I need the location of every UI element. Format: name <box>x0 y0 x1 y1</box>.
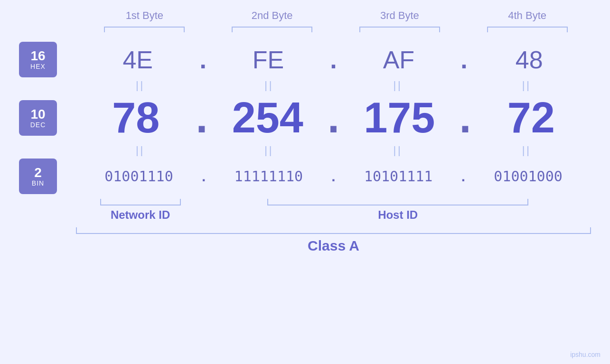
hex-dot-2: . <box>330 46 337 74</box>
hex-dot-1: . <box>199 46 206 74</box>
bin-dot-3: . <box>461 168 465 185</box>
dec-label-container: 10 DEC <box>19 100 76 136</box>
eq1-1: || <box>76 79 205 92</box>
dec-val-3: 175 <box>339 93 459 142</box>
bin-label-container: 2 BIN <box>19 159 76 194</box>
dec-base-number: 10 <box>30 108 45 121</box>
bin-dot-2: . <box>331 168 335 185</box>
network-bracket-wrap <box>76 199 205 205</box>
hex-base-text: HEX <box>30 63 46 70</box>
bin-base-number: 2 <box>34 166 42 179</box>
byte-header-4: 4th Byte <box>463 9 591 22</box>
host-id-label: Host ID <box>205 208 591 222</box>
byte-header-2: 2nd Byte <box>208 9 336 22</box>
class-section: Class A <box>19 227 591 254</box>
class-label: Class A <box>76 238 591 254</box>
dec-val-2: 254 <box>208 93 328 142</box>
network-host-labels: Network ID Host ID <box>76 208 591 222</box>
top-bracket-1 <box>81 27 208 32</box>
hex-val-2: FE <box>206 46 330 74</box>
top-bracket-2 <box>208 27 336 32</box>
bin-dot-1: . <box>202 168 206 185</box>
dec-val-4: 72 <box>471 93 591 142</box>
bottom-brackets <box>76 199 591 205</box>
host-bracket <box>267 199 528 205</box>
hex-val-3: AF <box>337 46 460 74</box>
bottom-brackets-section: Network ID Host ID <box>19 199 591 222</box>
watermark: ipshu.com <box>570 351 601 358</box>
dec-label-box: 10 DEC <box>19 100 57 136</box>
equals-row-2: || || || || <box>19 144 591 157</box>
hex-val-4: 48 <box>468 46 591 74</box>
dec-dot-1: . <box>196 93 207 142</box>
eq2-2: || <box>205 144 333 157</box>
hex-base-number: 16 <box>30 49 45 63</box>
network-bracket <box>100 199 181 205</box>
bin-val-1: 01001110 <box>76 168 202 185</box>
bin-base-text: BIN <box>32 179 44 187</box>
hex-label-box: 16 HEX <box>19 42 57 77</box>
eq2-3: || <box>334 144 462 157</box>
top-brackets <box>19 27 591 32</box>
dec-base-text: DEC <box>30 121 46 129</box>
bin-val-3: 10101111 <box>336 168 461 185</box>
hex-row: 16 HEX 4E . FE . AF . 48 <box>19 42 591 77</box>
main-container: 1st Byte 2nd Byte 3rd Byte 4th Byte 16 H… <box>0 0 610 364</box>
eq2-4: || <box>462 144 591 157</box>
eq2-1: || <box>76 144 205 157</box>
dec-dot-2: . <box>328 93 339 142</box>
hex-values: 4E . FE . AF . 48 <box>76 46 591 74</box>
bin-values: 01001110 . 11111110 . 10101111 . 0100100… <box>76 168 591 185</box>
top-bracket-3 <box>336 27 464 32</box>
byte-headers-row: 1st Byte 2nd Byte 3rd Byte 4th Byte <box>19 9 591 22</box>
eq1-2: || <box>205 79 333 92</box>
byte-header-3: 3rd Byte <box>336 9 464 22</box>
dec-val-1: 78 <box>76 93 196 142</box>
top-bracket-4 <box>463 27 591 32</box>
dec-row: 10 DEC 78 . 254 . 175 . 72 <box>19 93 591 142</box>
bin-row: 2 BIN 01001110 . 11111110 . 10101111 . 0… <box>19 159 591 194</box>
bin-val-4: 01001000 <box>465 168 591 185</box>
dec-dot-3: . <box>459 93 471 142</box>
hex-val-1: 4E <box>76 46 199 74</box>
hex-dot-3: . <box>460 46 467 74</box>
class-bracket <box>76 227 591 234</box>
hex-label-container: 16 HEX <box>19 42 76 77</box>
byte-header-1: 1st Byte <box>81 9 208 22</box>
bin-val-2: 11111110 <box>206 168 331 185</box>
eq1-3: || <box>334 79 462 92</box>
equals-row-1: || || || || <box>19 79 591 92</box>
bin-label-box: 2 BIN <box>19 159 57 194</box>
eq1-4: || <box>462 79 591 92</box>
host-bracket-wrap <box>205 199 591 205</box>
dec-values: 78 . 254 . 175 . 72 <box>76 93 591 142</box>
network-id-label: Network ID <box>76 208 205 222</box>
